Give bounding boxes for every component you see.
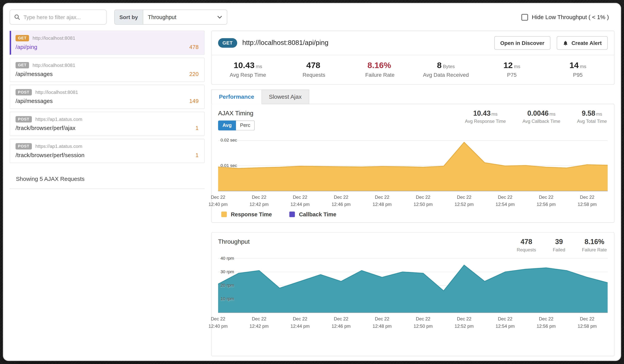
app-window: Sort by Throughput Hide Low Throughput (… (3, 3, 621, 361)
create-alert-button[interactable]: Create Alert (557, 36, 608, 50)
stat-throughput-requests: 478 Requests (517, 238, 536, 252)
request-count: 149 (189, 98, 199, 104)
x-tick-label: Dec 2212:42 pm (250, 316, 269, 330)
request-url: http://localhost:8081/api/ping (242, 39, 494, 47)
y-tick-label: 30 rpm (221, 269, 234, 274)
avg-perc-toggle: Avg Perc (218, 121, 255, 130)
ajax-timing-panel: AJAX Timing Avg Perc 10.43ms Avg Respons… (211, 104, 614, 223)
y-tick-label: 10 rpm (221, 296, 234, 301)
x-tick-label: Dec 2212:52 pm (455, 316, 474, 330)
request-count: 1 (195, 125, 199, 131)
screenshot-stage: Sort by Throughput Hide Low Throughput (… (0, 0, 624, 364)
search-icon (14, 14, 20, 20)
ajax-timing-chart: 0.01 sec0.02 sec Dec 2212:40 pmDec 2212:… (218, 137, 608, 218)
tab-slowest-ajax[interactable]: Slowest Ajax (262, 90, 309, 104)
stat-p75: 12ms P75 (479, 61, 545, 78)
x-tick-label: Dec 2212:56 pm (537, 194, 556, 208)
summary-stats-row: 10.43ms Avg Resp Time 478 Requests 8.16%… (212, 55, 614, 84)
method-badge: POST (15, 89, 32, 96)
x-tick-label: Dec 2212:40 pm (208, 316, 228, 330)
method-badge: POST (15, 143, 32, 150)
request-summary-card: GET http://localhost:8081/api/ping Open … (211, 31, 614, 85)
stat-avg-data-received: 8Bytes Avg Data Received (413, 61, 479, 78)
bell-icon (563, 40, 568, 46)
ajax-list-item-perf-ajax[interactable]: POST https://ap1.atatus.com /track/brows… (10, 112, 205, 136)
content: GET http://localhost:8081 /api/ping 478 … (10, 31, 615, 354)
y-tick-label: 0.02 sec (221, 138, 237, 143)
ajax-timing-plot: 0.01 sec0.02 sec (218, 137, 608, 192)
sort-by-group: Sort by Throughput (114, 10, 227, 25)
stat-avg-total-time: 9.58ms Avg Total Time (577, 109, 607, 123)
y-tick-label: 0.01 sec (221, 163, 237, 168)
x-tick-label: Dec 2212:58 pm (578, 316, 597, 330)
throughput-x-axis: Dec 2212:40 pmDec 2212:42 pmDec 2212:44 … (218, 313, 608, 329)
tab-performance[interactable]: Performance (211, 90, 262, 104)
legend-callback-time: Callback Time (289, 211, 336, 218)
ajax-list-item-api-messages-get[interactable]: GET http://localhost:8081 /api/messages … (10, 58, 205, 82)
y-tick-label: 20 rpm (221, 283, 234, 288)
request-path: /api/messages (15, 98, 189, 104)
ajax-list-item-perf-session[interactable]: POST https://ap1.atatus.com /track/brows… (10, 139, 205, 163)
ajax-timing-legend: Response Time Callback Time (218, 211, 608, 218)
filter-search-box[interactable] (10, 10, 107, 25)
ajax-request-list: GET http://localhost:8081 /api/ping 478 … (10, 31, 205, 354)
request-path: /track/browser/perf/session (15, 152, 195, 158)
sort-select[interactable]: Throughput (143, 10, 227, 24)
x-tick-label: Dec 2212:44 pm (291, 316, 310, 330)
y-tick-label: 40 rpm (221, 256, 234, 261)
x-tick-label: Dec 2212:40 pm (208, 194, 228, 208)
request-host: http://localhost:8081 (33, 35, 76, 41)
x-tick-label: Dec 2212:56 pm (537, 316, 556, 330)
detail-tabs: Performance Slowest Ajax (211, 90, 614, 104)
request-count: 1 (195, 152, 199, 158)
stat-failure-rate: 8.16% Failure Rate (347, 61, 413, 78)
request-path: /api/ping (15, 44, 189, 50)
stat-requests: 478 Requests (281, 61, 347, 78)
hide-low-throughput-checkbox[interactable] (521, 14, 528, 21)
toggle-perc-button[interactable]: Perc (236, 121, 255, 130)
callback-time-swatch (289, 212, 295, 217)
request-host: http://localhost:8081 (33, 62, 76, 68)
x-tick-label: Dec 2212:50 pm (414, 194, 433, 208)
request-path: /track/browser/perf/ajax (15, 125, 195, 131)
ajax-list-item-api-ping[interactable]: GET http://localhost:8081 /api/ping 478 (10, 31, 205, 55)
create-alert-label: Create Alert (572, 40, 602, 46)
x-tick-label: Dec 2212:54 pm (496, 316, 515, 330)
sort-by-label: Sort by (115, 10, 143, 24)
stat-throughput-failed: 39 Failed (553, 238, 565, 252)
throughput-chart: 10 rpm20 rpm30 rpm40 rpm Dec 2212:40 pmD… (218, 256, 608, 329)
sort-select-value: Throughput (148, 14, 217, 20)
x-tick-label: Dec 2212:46 pm (332, 316, 351, 330)
timing-stats: 10.43ms Avg Response Time 0.0046ms Avg C… (465, 109, 607, 123)
topbar: Sort by Throughput Hide Low Throughput (… (10, 10, 615, 25)
list-summary: Showing 5 AJAX Requests (10, 169, 205, 189)
request-path: /api/messages (15, 71, 189, 77)
x-tick-label: Dec 2212:54 pm (496, 194, 515, 208)
method-badge: GET (15, 62, 29, 69)
detail-pane: GET http://localhost:8081/api/ping Open … (211, 31, 614, 354)
x-tick-label: Dec 2212:46 pm (332, 194, 351, 208)
ajax-list-item-api-messages-post[interactable]: POST http://localhost:8081 /api/messages… (10, 85, 205, 109)
stat-throughput-failure-rate: 8.16% Failure Rate (582, 238, 607, 252)
toggle-avg-button[interactable]: Avg (218, 121, 236, 130)
x-tick-label: Dec 2212:48 pm (373, 316, 392, 330)
x-tick-label: Dec 2212:52 pm (455, 194, 474, 208)
throughput-stats: 478 Requests 39 Failed 8.16% Failure Rat… (517, 238, 607, 252)
method-badge: GET (218, 38, 237, 48)
chevron-down-icon (217, 15, 222, 19)
x-tick-label: Dec 2212:50 pm (414, 316, 433, 330)
throughput-plot: 10 rpm20 rpm30 rpm40 rpm (218, 256, 608, 313)
x-tick-label: Dec 2212:44 pm (291, 194, 310, 208)
stat-p95: 14ms P95 (545, 61, 611, 78)
response-time-swatch (221, 212, 227, 217)
open-in-discover-button[interactable]: Open in Discover (494, 36, 550, 50)
hide-low-throughput[interactable]: Hide Low Throughput ( < 1% ) (521, 14, 609, 21)
request-host: https://ap1.atatus.com (35, 117, 82, 122)
request-host: https://ap1.atatus.com (35, 144, 82, 149)
method-badge: POST (15, 116, 32, 122)
request-count: 478 (189, 44, 199, 50)
method-badge: GET (15, 35, 29, 42)
throughput-panel: Throughput 478 Requests 39 Failed 8.16% (211, 232, 614, 357)
search-input[interactable] (24, 14, 102, 20)
x-tick-label: Dec 2212:48 pm (373, 194, 392, 208)
